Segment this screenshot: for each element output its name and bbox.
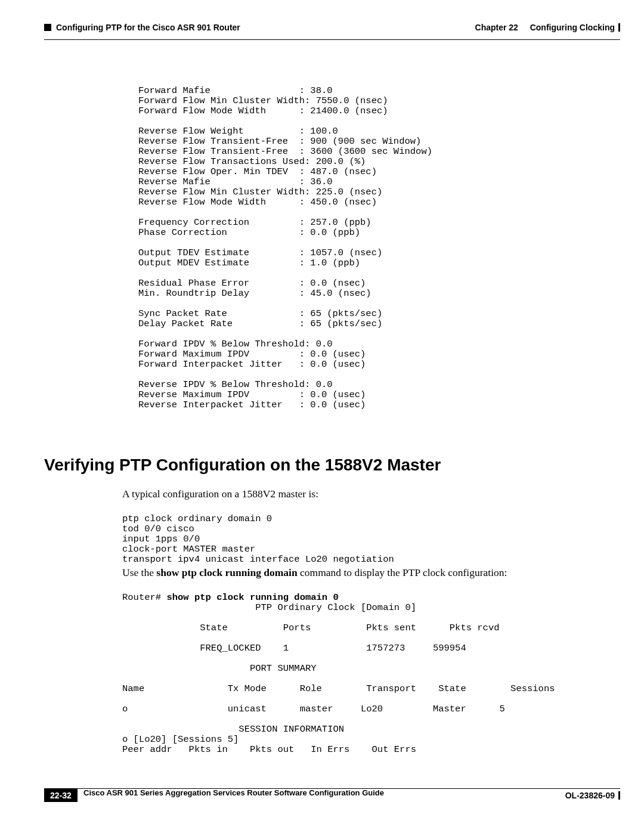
page-number: 22-32 xyxy=(44,789,78,802)
footer-bar-icon xyxy=(618,791,620,800)
header-rule xyxy=(44,39,620,40)
section-heading: Verifying PTP Configuration on the 1588V… xyxy=(44,456,441,475)
header-chapter-title: Configuring Clocking xyxy=(530,23,615,32)
header-chapter: Chapter 22 xyxy=(475,23,518,32)
header-square-icon xyxy=(44,24,51,31)
use-prefix: Use the xyxy=(122,566,156,578)
intro-paragraph: A typical configuration on a 1588V2 mast… xyxy=(122,488,318,500)
output-block-servo: Forward Mafie : 38.0 Forward Flow Min Cl… xyxy=(138,86,432,410)
header-bar-icon xyxy=(618,23,620,32)
use-suffix: command to display the PTP clock configu… xyxy=(298,566,507,578)
use-command: show ptp clock running domain xyxy=(156,566,297,578)
config-block-master: ptp clock ordinary domain 0 tod 0/0 cisc… xyxy=(122,514,394,565)
footer-doc-id: OL-23826-09 xyxy=(565,791,615,800)
use-paragraph: Use the show ptp clock running domain co… xyxy=(122,566,507,579)
output-block-running-domain: Router# show ptp clock running domain 0 … xyxy=(122,593,555,755)
header-section: Configuring PTP for the Cisco ASR 901 Ro… xyxy=(56,23,240,32)
